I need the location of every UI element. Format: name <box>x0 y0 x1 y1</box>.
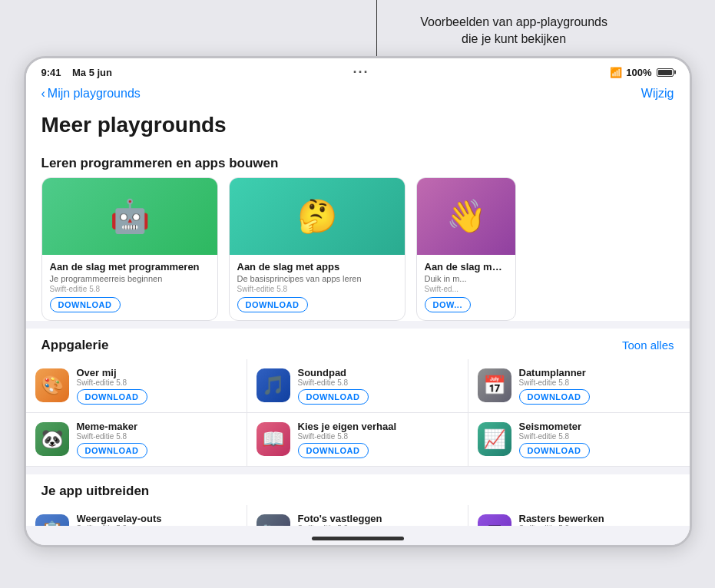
list-item[interactable]: 📷 Foto's vastleggen Swift-editie 5.8 DOW… <box>247 505 468 526</box>
list-item[interactable]: 📅 Datumplanner Swift-editie 5.8 DOWNLOAD <box>468 359 690 413</box>
app-info-over-mij: Over mij Swift-editie 5.8 DOWNLOAD <box>77 367 237 405</box>
download-mememaker[interactable]: DOWNLOAD <box>77 443 147 458</box>
card-body-0: Aan de slag met programmeren Je programm… <box>42 255 217 320</box>
app-icon-rasters: ⊞ <box>478 514 511 526</box>
section-appgalerie: Appgalerie Toon alles 🎨 Over mij Swift-e… <box>26 329 690 467</box>
download-seismometer[interactable]: DOWNLOAD <box>519 443 590 458</box>
card-desc-1: De basisprincipes van apps leren <box>237 274 397 283</box>
wifi-icon: 📶 <box>610 67 622 78</box>
content-area[interactable]: Meer playgrounds Leren programmeren en a… <box>26 107 690 526</box>
learn-card-1[interactable]: 🤔 Aan de slag met apps De basisprincipes… <box>229 177 405 321</box>
card-image-2: 👋 <box>417 178 515 255</box>
app-badge-soundpad: Swift-editie 5.8 <box>298 378 458 387</box>
list-item[interactable]: 🐼 Meme-maker Swift-editie 5.8 DOWNLOAD <box>26 413 247 467</box>
cards-inner: 🤖 Aan de slag met programmeren Je progra… <box>41 177 674 321</box>
app-name-soundpad: Soundpad <box>298 367 458 378</box>
app-badge-mememaker: Swift-editie 5.8 <box>77 432 237 441</box>
card-badge-2: Swift-ed... <box>425 285 508 293</box>
card-badge-0: Swift-editie 5.8 <box>50 285 210 293</box>
appgalerie-showall[interactable]: Toon alles <box>622 339 674 352</box>
app-icon-soundpad: 🎵 <box>257 368 290 402</box>
app-name-mememaker: Meme-maker <box>77 421 237 432</box>
download-soundpad[interactable]: DOWNLOAD <box>298 389 369 405</box>
home-indicator <box>312 537 404 540</box>
card-desc-2: Duik in m... <box>425 274 508 283</box>
app-badge-seismometer: Swift-editie 5.8 <box>519 432 680 441</box>
app-info-seismometer: Seismometer Swift-editie 5.8 DOWNLOAD <box>519 421 680 458</box>
app-badge-datumplanner: Swift-editie 5.8 <box>519 378 680 387</box>
page-title-section: Meer playgrounds <box>26 107 690 147</box>
download-button-0[interactable]: DOWNLOAD <box>50 297 121 312</box>
ipad-bottom <box>26 526 690 545</box>
battery-icon <box>657 68 674 77</box>
status-indicators: 📶 100% <box>610 67 674 78</box>
app-name-weergave: Weergavelay-outs <box>77 513 237 524</box>
learn-card-0[interactable]: 🤖 Aan de slag met programmeren Je progra… <box>41 177 218 321</box>
section-leren: Leren programmeren en apps bouwen 🤖 Aan … <box>26 147 690 321</box>
list-item[interactable]: 🎨 Over mij Swift-editie 5.8 DOWNLOAD <box>26 359 247 413</box>
app-name-seismometer: Seismometer <box>519 421 680 432</box>
app-info-kies: Kies je eigen verhaal Swift-editie 5.8 D… <box>298 421 458 458</box>
edit-button[interactable]: Wijzig <box>641 87 674 101</box>
time-display: 9:41 <box>41 67 61 78</box>
cards-scroll-leren[interactable]: 🤖 Aan de slag met programmeren Je progra… <box>26 177 690 321</box>
card-title-1: Aan de slag met apps <box>237 261 397 273</box>
app-name-over-mij: Over mij <box>77 367 237 378</box>
app-info-fotos: Foto's vastleggen Swift-editie 5.8 DOWNL… <box>298 513 458 526</box>
card-image-1: 🤔 <box>230 178 405 255</box>
section-header-uitbreiden: Je app uitbreiden <box>26 484 690 505</box>
annotation-text: Voorbeelden van app-playgrounds die je k… <box>420 14 607 48</box>
app-badge-over-mij: Swift-editie 5.8 <box>77 378 237 387</box>
list-item[interactable]: ⊞ Rasters bewerken Swift-editie 5.8 DOWN… <box>468 505 690 526</box>
app-icon-kies: 📖 <box>257 422 290 456</box>
app-badge-kies: Swift-editie 5.8 <box>298 432 458 441</box>
card-body-2: Aan de slag met m... Duik in m... Swift-… <box>417 255 515 320</box>
app-info-datumplanner: Datumplanner Swift-editie 5.8 DOWNLOAD <box>519 367 680 405</box>
app-name-datumplanner: Datumplanner <box>519 367 680 378</box>
appgalerie-grid: 🎨 Over mij Swift-editie 5.8 DOWNLOAD 🎵 S… <box>26 359 690 467</box>
app-name-rasters: Rasters bewerken <box>519 513 680 524</box>
card-title-0: Aan de slag met programmeren <box>50 261 210 273</box>
status-time: 9:41 Ma 5 jun <box>41 67 113 78</box>
app-name-fotos: Foto's vastleggen <box>298 513 458 524</box>
section-title-leren: Leren programmeren en apps bouwen <box>41 156 279 171</box>
app-info-rasters: Rasters bewerken Swift-editie 5.8 DOWNLO… <box>519 513 680 526</box>
section-header-leren: Leren programmeren en apps bouwen <box>26 156 690 177</box>
back-icon: ‹ <box>41 87 45 101</box>
list-item[interactable]: 🎵 Soundpad Swift-editie 5.8 DOWNLOAD <box>247 359 468 413</box>
card-title-2: Aan de slag met m... <box>425 261 508 273</box>
app-icon-fotos: 📷 <box>257 514 290 526</box>
page-title: Meer playgrounds <box>41 113 674 137</box>
battery-percent: 100% <box>626 67 651 78</box>
back-button[interactable]: ‹ Mijn playgrounds <box>41 87 141 101</box>
section-title-uitbreiden: Je app uitbreiden <box>41 484 150 499</box>
download-kies[interactable]: DOWNLOAD <box>298 443 369 458</box>
learn-card-2[interactable]: 👋 Aan de slag met m... Duik in m... Swif… <box>416 177 516 321</box>
app-info-mememaker: Meme-maker Swift-editie 5.8 DOWNLOAD <box>77 421 237 458</box>
download-datumplanner[interactable]: DOWNLOAD <box>519 389 590 405</box>
list-item[interactable]: 📋 Weergavelay-outs Swift-editie 5.8 DOWN… <box>26 505 247 526</box>
back-label[interactable]: Mijn playgrounds <box>48 87 141 101</box>
ipad-device: 9:41 Ma 5 jun ··· 📶 100% ‹ Mijn playgrou… <box>24 56 692 547</box>
download-button-2[interactable]: DOW... <box>425 297 471 312</box>
section-title-appgalerie: Appgalerie <box>41 338 109 353</box>
app-icon-over-mij: 🎨 <box>35 368 69 402</box>
list-item[interactable]: 📖 Kies je eigen verhaal Swift-editie 5.8… <box>247 413 468 467</box>
app-icon-datumplanner: 📅 <box>478 368 511 402</box>
download-button-1[interactable]: DOWNLOAD <box>237 297 308 312</box>
uitbreiden-grid: 📋 Weergavelay-outs Swift-editie 5.8 DOWN… <box>26 505 690 526</box>
card-desc-0: Je programmeerreis beginnen <box>50 274 210 283</box>
list-item[interactable]: 📈 Seismometer Swift-editie 5.8 DOWNLOAD <box>468 413 690 467</box>
section-uitbreiden: Je app uitbreiden 📋 Weergavelay-outs Swi… <box>26 474 690 526</box>
card-image-0: 🤖 <box>42 178 217 255</box>
app-name-kies: Kies je eigen verhaal <box>298 421 458 432</box>
annotation-area: Voorbeelden van app-playgrounds die je k… <box>0 0 715 56</box>
card-body-1: Aan de slag met apps De basisprincipes v… <box>230 255 405 320</box>
date-display: Ma 5 jun <box>72 67 112 78</box>
app-icon-weergave: 📋 <box>35 514 69 526</box>
app-icon-seismometer: 📈 <box>478 422 511 456</box>
app-info-soundpad: Soundpad Swift-editie 5.8 DOWNLOAD <box>298 367 458 405</box>
app-info-weergave: Weergavelay-outs Swift-editie 5.8 DOWNLO… <box>77 513 237 526</box>
download-over-mij[interactable]: DOWNLOAD <box>77 389 147 405</box>
card-badge-1: Swift-editie 5.8 <box>237 285 397 293</box>
